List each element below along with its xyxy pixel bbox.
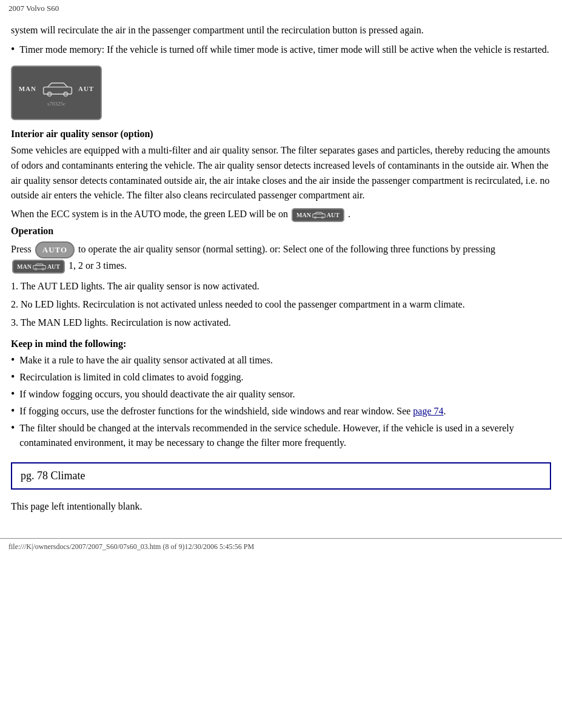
numbered-item-2: 2. No LED lights. Recirculation is not a… — [11, 297, 551, 312]
bullet-dot-4: • — [11, 404, 15, 418]
auto-button: AUTO — [35, 241, 75, 258]
operation-post: 1, 2 or 3 times. — [69, 260, 127, 271]
inline-car-icon — [312, 211, 326, 219]
bullet-3: • If window fogging occurs, you should d… — [11, 387, 551, 402]
man-auto-image-large: MAN AUT s70325c — [11, 66, 551, 120]
bullet-text-4: If fogging occurs, use the defroster fun… — [19, 404, 446, 419]
inline-man-aut-button: MAN AUT — [292, 208, 344, 223]
numbered-item-1: 1. The AUT LED lights. The air quality s… — [11, 278, 551, 294]
operation-mid: to operate the air quality sensor (norma… — [78, 244, 495, 254]
operation-heading: Operation — [11, 226, 551, 237]
bullet-dot-5: • — [11, 421, 15, 435]
bullet-5: • The filter should be changed at the in… — [11, 421, 551, 450]
bullet-dot-2: • — [11, 370, 15, 384]
operation-para: Press AUTO to operate the air quality se… — [11, 241, 551, 274]
intro-text: system will recirculate the air in the p… — [11, 23, 551, 38]
numbered-list: 1. The AUT LED lights. The air quality s… — [11, 278, 551, 330]
car-outline-svg — [42, 80, 73, 97]
inline-aut-label: AUT — [327, 211, 340, 220]
footer-text: file:///K|/ownersdocs/2007/2007_S60/07s6… — [0, 539, 562, 555]
main-content: system will recirculate the air in the p… — [0, 17, 562, 520]
page-header: 2007 Volvo S60 — [0, 0, 562, 17]
man-label-inline2: MAN — [17, 262, 32, 272]
numbered-item-3: 3. The MAN LED lights. Recirculation is … — [11, 315, 551, 331]
image-code: s70325c — [47, 101, 65, 107]
keep-in-mind-heading: Keep in mind the following: — [11, 339, 551, 349]
interior-heading: Interior air quality sensor (option) — [11, 129, 551, 140]
bullet-dot: • — [11, 42, 15, 56]
auto-label: AUTO — [42, 244, 67, 256]
aut-label-inline2: AUT — [47, 262, 60, 272]
intentionally-blank: This page left intentionally blank. — [11, 499, 551, 514]
man-aut-inline-press: MAN AUT — [12, 260, 65, 274]
bullet-2: • Recirculation is limited in cold clima… — [11, 370, 551, 385]
man-auto-button-large: MAN AUT s70325c — [11, 66, 102, 120]
page-box-text: pg. 78 Climate — [21, 470, 85, 482]
man-label: MAN — [19, 85, 36, 92]
page-box: pg. 78 Climate — [11, 462, 551, 490]
bullet-text-3: If window fogging occurs, you should dea… — [19, 387, 295, 402]
timer-mode-text: Timer mode memory: If the vehicle is tur… — [19, 42, 549, 57]
bullet-dot-3: • — [11, 387, 15, 401]
interior-para2: When the ECC system is in the AUTO mode,… — [11, 207, 551, 222]
bullet-text-5: The filter should be changed at the inte… — [19, 421, 551, 450]
inline-car-icon2 — [33, 263, 46, 271]
bullet-4: • If fogging occurs, use the defroster f… — [11, 404, 551, 419]
bullet-text-1: Make it a rule to have the air quality s… — [19, 353, 273, 368]
aut-label: AUT — [78, 85, 94, 92]
interior-para2-pre: When the ECC system is in the AUTO mode,… — [11, 209, 288, 219]
header-title: 2007 Volvo S60 — [8, 4, 59, 13]
bullet-dot-1: • — [11, 353, 15, 367]
bullet-text-2: Recirculation is limited in cold climate… — [19, 370, 243, 385]
operation-pre: Press — [11, 244, 32, 254]
button-labels-row: MAN AUT — [12, 79, 101, 98]
interior-para1: Some vehicles are equipped with a multi-… — [11, 143, 551, 203]
bullet-timer-mode: • Timer mode memory: If the vehicle is t… — [11, 42, 551, 57]
interior-para2-post: . — [348, 209, 350, 219]
bullet-1: • Make it a rule to have the air quality… — [11, 353, 551, 368]
page74-link[interactable]: page 74 — [413, 406, 443, 416]
inline-man-label: MAN — [296, 211, 311, 220]
